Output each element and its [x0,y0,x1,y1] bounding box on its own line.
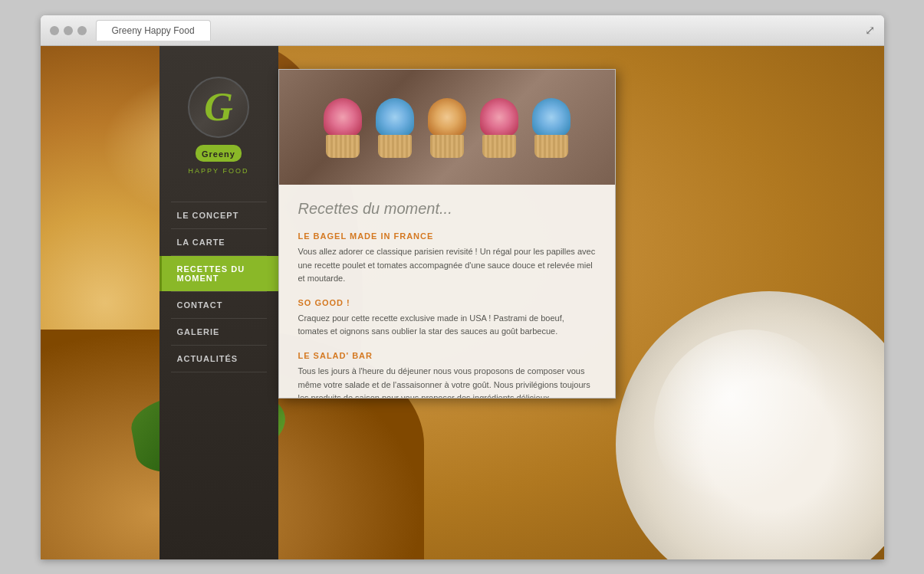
panel-image [279,70,615,185]
browser-content: G Greeny HAPPY FOOD LE CONCEPT LA CARTE … [41,46,884,559]
cupcake-4 [476,97,522,158]
nav-item-le-concept[interactable]: LE CONCEPT [159,202,278,228]
browser-toolbar: Greeny Happy Food ⤢ [41,15,884,46]
cupcake-frosting-2 [376,98,414,136]
recipe-text-bagel: Vous allez adorer ce classique parisien … [298,245,596,286]
cupcake-frosting-4 [480,98,518,136]
cupcake-5 [528,97,574,158]
panel-scrollable-content[interactable]: Recettes du moment... LE BAGEL MADE IN F… [279,185,615,398]
nav-item-contact[interactable]: CONTACT [159,292,278,318]
nav-divider-6 [171,372,267,372]
cupcake-paper-5 [534,135,568,158]
logo-badge: Greeny [196,145,242,162]
nav-item-recettes-du-moment[interactable]: RECETTES DU MOMENT [159,256,278,291]
recipe-title-salad-bar: LE SALAD' BAR [298,351,596,360]
logo-circle: G [188,77,249,138]
logo-tagline: HAPPY FOOD [171,167,267,175]
cupcake-frosting-5 [532,98,571,136]
cupcake-3 [424,97,470,158]
tab-label: Greeny Happy Food [112,25,195,36]
minimize-dot[interactable] [64,26,73,35]
close-dot[interactable] [50,26,59,35]
logo-brand-name: Greeny [202,149,235,159]
sidebar: G Greeny HAPPY FOOD LE CONCEPT LA CARTE … [159,46,278,559]
nav-item-actualites[interactable]: ACTUALITÉS [159,346,278,372]
panel-title: Recettes du moment... [298,200,596,218]
sidebar-logo: G Greeny HAPPY FOOD [159,61,278,186]
cupcake-1 [320,97,366,158]
cupcake-paper-2 [378,135,412,158]
cupcake-paper-3 [430,135,464,158]
recipe-text-so-good: Craquez pour cette recette exclusive mad… [298,312,596,339]
cupcake-paper-1 [326,135,360,158]
cupcake-frosting-3 [428,98,466,136]
cupcake-frosting-1 [324,98,362,136]
cupcake-image [279,70,615,185]
browser-tab[interactable]: Greeny Happy Food [96,20,211,41]
logo-letter: G [204,87,233,127]
maximize-dot[interactable] [77,26,87,35]
content-panel: Recettes du moment... LE BAGEL MADE IN F… [278,69,616,399]
plate-highlight [654,330,846,521]
nav-menu: LE CONCEPT LA CARTE RECETTES DU MOMENT C… [159,202,278,372]
browser-window: Greeny Happy Food ⤢ G Greeny HAPPY FOOD [41,15,884,559]
nav-item-galerie[interactable]: GALERIE [159,319,278,345]
expand-icon[interactable]: ⤢ [865,23,875,38]
window-controls [50,26,87,35]
recipe-text-salad-bar: Tous les jours à l'heure du déjeuner nou… [298,365,596,398]
recipe-title-bagel: LE BAGEL MADE IN FRANCE [298,231,596,241]
recipe-title-so-good: SO GOOD ! [298,298,596,307]
cupcake-paper-4 [482,135,516,158]
nav-item-la-carte[interactable]: LA CARTE [159,229,278,255]
cupcake-2 [372,97,418,158]
